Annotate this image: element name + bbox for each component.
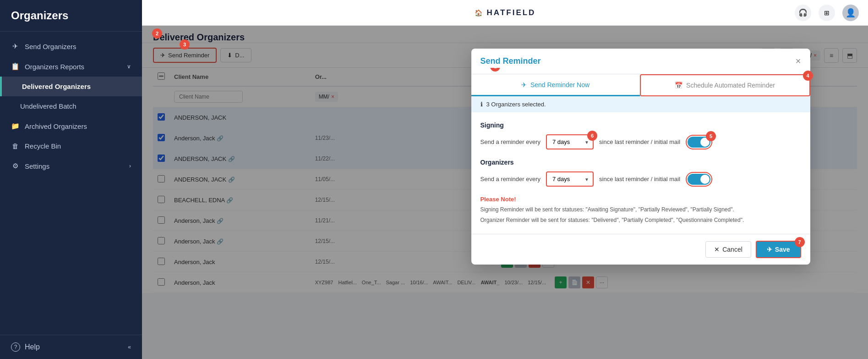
sidebar-item-delivered-organizers[interactable]: Delivered Organizers xyxy=(0,77,142,96)
annotation-badge-7: 7 xyxy=(795,237,805,247)
modal-body: Signing Send a reminder every 6 1 day 3 … xyxy=(471,112,810,234)
content-area: Delivered Organizers 3 ✈ Send Reminder ⬇… xyxy=(142,26,868,359)
cancel-icon: ✕ xyxy=(714,246,720,253)
sidebar-item-undelivered-batch[interactable]: Undelivered Batch xyxy=(0,96,142,116)
sidebar-item-settings[interactable]: ⚙ Settings › xyxy=(0,156,142,176)
info-text: 3 Organizers selected. xyxy=(486,101,546,108)
organizers-interval-select[interactable]: 1 day 3 days 7 days 14 days 30 days xyxy=(547,172,593,186)
organizers-toggle-knob xyxy=(700,175,710,184)
modal-info-bar: ℹ 3 Organizers selected. xyxy=(471,96,810,112)
topbar: 🏠 HATFIELD 🎧 ⊞ 👤 xyxy=(142,0,868,26)
annotation-badge-6: 6 xyxy=(587,131,597,141)
tab-send-now[interactable]: ✈ Send Reminder Now xyxy=(471,74,640,96)
signing-suffix: since last reminder / initial mail xyxy=(599,138,680,145)
send-now-icon: ✈ xyxy=(521,81,527,88)
annotation-badge-5: 5 xyxy=(706,131,716,141)
help-icon: ? xyxy=(11,342,20,352)
modal-footer: ✕ Cancel 7 ✈ Save xyxy=(471,234,810,265)
logo-icon: 🏠 xyxy=(475,9,483,17)
send-now-label: Send Reminder Now xyxy=(530,81,590,88)
tab-schedule[interactable]: 4 📅 Schedule Automated Reminder xyxy=(640,74,810,96)
cancel-button[interactable]: ✕ Cancel xyxy=(705,241,751,258)
organizers-label: Organizers xyxy=(480,159,801,166)
organizers-reminder-row: Send a reminder every 1 day 3 days 7 day… xyxy=(480,171,801,187)
send-reminder-modal: Send Reminder × ✈ Send Reminder Now 4 📅 … xyxy=(471,49,810,265)
please-note-section: Please Note! Signing Reminder will be se… xyxy=(480,196,801,225)
sidebar-item-organizers-reports[interactable]: 📋 Organizers Reports ∨ xyxy=(0,56,142,77)
topbar-logo: 🏠 HATFIELD xyxy=(475,8,536,17)
please-note-text1: Signing Reminder will be sent for status… xyxy=(480,205,801,214)
signing-section: Signing Send a reminder every 6 1 day 3 … xyxy=(480,122,801,149)
settings-arrow-icon: › xyxy=(129,163,131,169)
signing-label: Signing xyxy=(480,122,801,129)
modal-title: Send Reminder xyxy=(480,56,541,66)
signing-send-label: Send a reminder every xyxy=(480,138,541,145)
reports-arrow-icon: ∨ xyxy=(127,63,131,70)
settings-icon: ⚙ xyxy=(11,162,19,170)
help-label: Help xyxy=(25,343,40,351)
organizers-toggle-wrap xyxy=(686,172,712,187)
organizers-section: Organizers Send a reminder every 1 day 3… xyxy=(480,159,801,187)
app-title: Organizers xyxy=(0,0,142,32)
save-icon: ✈ xyxy=(767,246,772,253)
save-label: Save xyxy=(775,246,790,253)
save-button[interactable]: 7 ✈ Save xyxy=(756,241,801,258)
sidebar-footer[interactable]: ? Help « xyxy=(0,335,142,359)
organizers-suffix: since last reminder / initial mail xyxy=(599,176,680,182)
cancel-label: Cancel xyxy=(722,246,742,253)
please-note-text2: Organizer Reminder will be sent for stat… xyxy=(480,216,801,225)
schedule-icon: 📅 xyxy=(675,82,682,89)
organizers-dropdown-wrap: 1 day 3 days 7 days 14 days 30 days ▼ xyxy=(546,171,594,187)
info-icon: ℹ xyxy=(480,101,483,108)
grid-icon[interactable]: ⊞ xyxy=(819,5,835,21)
schedule-label: Schedule Automated Reminder xyxy=(686,82,775,89)
annotation-badge-4: 4 xyxy=(803,71,813,81)
signing-reminder-row: Send a reminder every 6 1 day 3 days 7 d… xyxy=(480,134,801,149)
signing-toggle-wrap: 5 xyxy=(686,135,712,149)
sidebar: Organizers ✈ Send Organizers 📋 Organizer… xyxy=(0,0,142,359)
sidebar-nav: ✈ Send Organizers 📋 Organizers Reports ∨… xyxy=(0,32,142,335)
please-note-title: Please Note! xyxy=(480,196,801,203)
sidebar-item-recycle-bin[interactable]: 🗑 Recycle Bin xyxy=(0,136,142,156)
avatar[interactable]: 👤 xyxy=(842,5,859,21)
signing-interval-select[interactable]: 1 day 3 days 7 days 14 days 30 days xyxy=(547,135,593,149)
logo-text: HATFIELD xyxy=(487,8,536,17)
modal-header: Send Reminder × xyxy=(471,49,810,74)
send-organizers-icon: ✈ xyxy=(11,42,19,50)
recycle-bin-icon: 🗑 xyxy=(11,142,19,150)
signing-dropdown-wrap: 6 1 day 3 days 7 days 14 days 30 days ▼ xyxy=(546,134,594,149)
archived-icon: 📁 xyxy=(11,122,19,130)
main-content: 🏠 HATFIELD 🎧 ⊞ 👤 Delivered Organizers 3 … xyxy=(142,0,868,359)
modal-close-button[interactable]: × xyxy=(796,56,801,66)
modal-tabs: ✈ Send Reminder Now 4 📅 Schedule Automat… xyxy=(471,74,810,96)
sidebar-item-send-organizers[interactable]: ✈ Send Organizers xyxy=(0,36,142,56)
organizers-toggle[interactable] xyxy=(688,174,710,185)
annotation-badge-3: 3 xyxy=(180,39,190,50)
headphones-icon[interactable]: 🎧 xyxy=(795,5,811,21)
sidebar-item-archived-organizers[interactable]: 📁 Archived Organizers xyxy=(0,116,142,136)
organizers-send-label: Send a reminder every xyxy=(480,176,541,182)
reports-icon: 📋 xyxy=(11,62,19,71)
collapse-icon: « xyxy=(128,344,131,350)
topbar-right: 🎧 ⊞ 👤 xyxy=(795,5,859,21)
